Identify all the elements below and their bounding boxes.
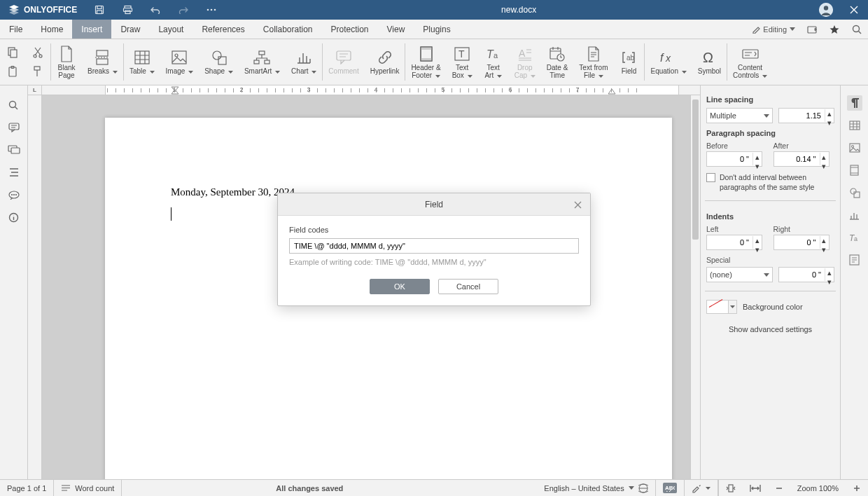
- cancel-button[interactable]: Cancel: [438, 279, 498, 294]
- field-codes-input[interactable]: [289, 238, 579, 254]
- dialog-close-icon[interactable]: [570, 198, 584, 212]
- field-codes-label: Field codes: [289, 226, 328, 234]
- dialog-title: Field: [278, 193, 590, 216]
- modal-overlay: Field Field codes Example of writing cod…: [0, 0, 868, 496]
- ok-button[interactable]: OK: [370, 279, 430, 294]
- field-codes-hint: Example of writing code: TIME \@ "dddd, …: [289, 258, 579, 266]
- field-dialog: Field Field codes Example of writing cod…: [277, 193, 591, 306]
